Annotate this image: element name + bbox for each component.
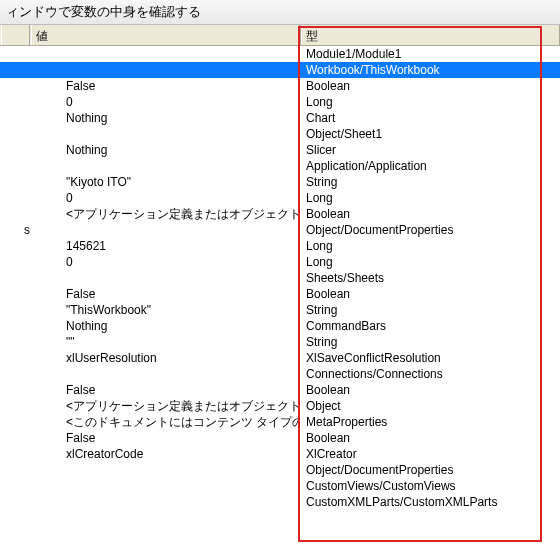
cell-type: Object/Sheet1 (300, 126, 560, 142)
table-row[interactable]: Sheets/Sheets (0, 270, 560, 286)
table-row[interactable]: Module1/Module1 (0, 46, 560, 62)
cell-type: Workbook/ThisWorkbook (300, 62, 560, 78)
table-row[interactable]: CustomXMLParts/CustomXMLParts (0, 494, 560, 510)
table-row[interactable]: FalseBoolean (0, 78, 560, 94)
cell-type: String (300, 334, 560, 350)
header-value[interactable]: 値 (30, 25, 300, 45)
cell-value (30, 46, 300, 62)
cell-value (30, 126, 300, 142)
cell-type: CustomXMLParts/CustomXMLParts (300, 494, 560, 510)
cell-type: Boolean (300, 430, 560, 446)
cell-type: Slicer (300, 142, 560, 158)
cell-value: False (30, 286, 300, 302)
cell-type: String (300, 302, 560, 318)
table-row[interactable]: FalseBoolean (0, 286, 560, 302)
cell-type: MetaProperties (300, 414, 560, 430)
window-title: ィンドウで変数の中身を確認する (6, 4, 201, 19)
table-row[interactable]: Object/DocumentProperties (0, 462, 560, 478)
cell-value: 0 (30, 94, 300, 110)
cell-type: Module1/Module1 (300, 46, 560, 62)
table-row[interactable]: CustomViews/CustomViews (0, 478, 560, 494)
cell-type: Boolean (300, 206, 560, 222)
column-header: 値 型 (0, 25, 560, 46)
cell-type: Long (300, 94, 560, 110)
cell-type: XlCreator (300, 446, 560, 462)
debug-window: ィンドウで変数の中身を確認する 値 型 Module1/Module1Workb… (0, 0, 560, 560)
cell-type: Long (300, 190, 560, 206)
cell-type: CustomViews/CustomViews (300, 478, 560, 494)
table-row[interactable]: <アプリケーション定義またはオブジェクト定Object (0, 398, 560, 414)
cell-type: Object/DocumentProperties (300, 462, 560, 478)
header-type-label: 型 (306, 28, 318, 45)
table-row[interactable]: Connections/Connections (0, 366, 560, 382)
cell-type: Connections/Connections (300, 366, 560, 382)
table-row[interactable]: 145621Long (0, 238, 560, 254)
cell-value (30, 478, 300, 494)
cell-type: Application/Application (300, 158, 560, 174)
cell-value: <アプリケーション定義またはオブジェクト定 (30, 206, 300, 222)
cell-type: Object/DocumentProperties (300, 222, 560, 238)
cell-type: String (300, 174, 560, 190)
table-row[interactable]: sObject/DocumentProperties (0, 222, 560, 238)
table-row[interactable]: xlUserResolutionXlSaveConflictResolution (0, 350, 560, 366)
cell-type: Boolean (300, 382, 560, 398)
cell-value: False (30, 78, 300, 94)
cell-value: "Kiyoto ITO" (30, 174, 300, 190)
table-row[interactable]: <アプリケーション定義またはオブジェクト定Boolean (0, 206, 560, 222)
table-row[interactable]: 0Long (0, 94, 560, 110)
cell-value: xlCreatorCode (30, 446, 300, 462)
table-row[interactable]: "Kiyoto ITO"String (0, 174, 560, 190)
table-row[interactable]: NothingCommandBars (0, 318, 560, 334)
cell-value: 145621 (30, 238, 300, 254)
cell-type: XlSaveConflictResolution (300, 350, 560, 366)
cell-value (30, 270, 300, 286)
cell-value: xlUserResolution (30, 350, 300, 366)
table-row[interactable]: 0Long (0, 254, 560, 270)
header-blank[interactable] (0, 25, 30, 45)
table-row[interactable]: Workbook/ThisWorkbook (0, 62, 560, 78)
cell-value: False (30, 430, 300, 446)
cell-value (30, 222, 300, 238)
cell-type: Sheets/Sheets (300, 270, 560, 286)
table-row[interactable]: ""String (0, 334, 560, 350)
cell-value: "ThisWorkbook" (30, 302, 300, 318)
cell-value: <このドキュメントにはコンテンツ タイプの (30, 414, 300, 430)
cell-value: Nothing (30, 142, 300, 158)
cell-value: <アプリケーション定義またはオブジェクト定 (30, 398, 300, 414)
table-row[interactable]: xlCreatorCodeXlCreator (0, 446, 560, 462)
table-row[interactable]: Application/Application (0, 158, 560, 174)
cell-type: CommandBars (300, 318, 560, 334)
cell-value: 0 (30, 190, 300, 206)
table-row[interactable]: NothingChart (0, 110, 560, 126)
cell-type: Object (300, 398, 560, 414)
table-row[interactable]: Object/Sheet1 (0, 126, 560, 142)
cell-value: "" (30, 334, 300, 350)
cell-value: 0 (30, 254, 300, 270)
table-row[interactable]: NothingSlicer (0, 142, 560, 158)
cell-value (30, 366, 300, 382)
cell-value (30, 158, 300, 174)
cell-value (30, 494, 300, 510)
table-row[interactable]: "ThisWorkbook"String (0, 302, 560, 318)
title-bar: ィンドウで変数の中身を確認する (0, 0, 560, 25)
cell-value (30, 462, 300, 478)
cell-type: Long (300, 238, 560, 254)
cell-type: Boolean (300, 286, 560, 302)
table-row[interactable]: FalseBoolean (0, 430, 560, 446)
cell-type: Long (300, 254, 560, 270)
header-type[interactable]: 型 (300, 25, 560, 45)
cell-value: Nothing (30, 110, 300, 126)
table-row[interactable]: FalseBoolean (0, 382, 560, 398)
cell-value (30, 62, 300, 78)
rows-container: Module1/Module1Workbook/ThisWorkbookFals… (0, 46, 560, 510)
table-row[interactable]: <このドキュメントにはコンテンツ タイプのMetaProperties (0, 414, 560, 430)
cell-value: Nothing (30, 318, 300, 334)
cell-type: Chart (300, 110, 560, 126)
cell-type: Boolean (300, 78, 560, 94)
header-value-label: 値 (36, 28, 48, 45)
table-row[interactable]: 0Long (0, 190, 560, 206)
cell-value: False (30, 382, 300, 398)
